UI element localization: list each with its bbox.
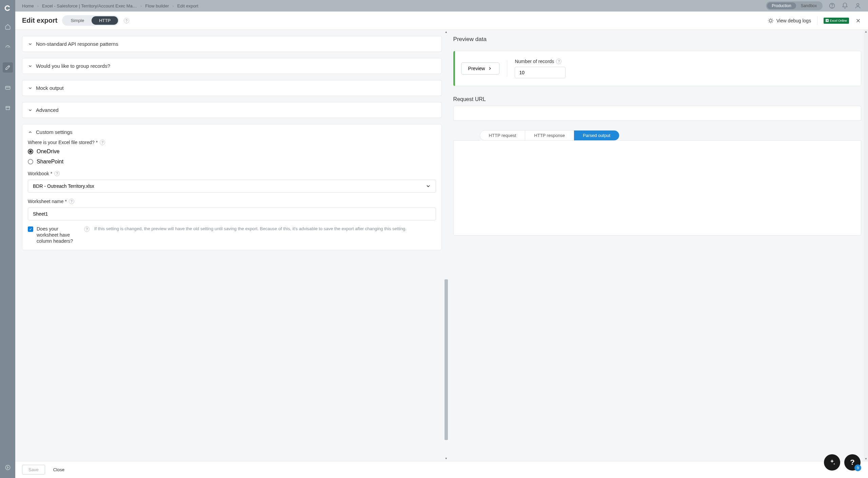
- breadcrumb-builder[interactable]: Flow builder: [145, 3, 169, 8]
- preview-button[interactable]: Preview: [461, 62, 500, 75]
- close-link[interactable]: Close: [53, 467, 64, 472]
- dashboard-icon[interactable]: [3, 42, 13, 52]
- chevron-down-icon: [28, 42, 33, 46]
- request-url-label: Request URL: [453, 96, 861, 102]
- panel-nonstandard: Non-standard API response patterns: [22, 36, 442, 52]
- scroll-up-icon[interactable]: ▲: [445, 31, 448, 34]
- help-icon[interactable]: ?: [100, 140, 105, 145]
- page-title: Edit export: [22, 17, 57, 24]
- user-icon[interactable]: [854, 2, 861, 9]
- panel-group: Would you like to group records?: [22, 58, 442, 74]
- help-icon[interactable]: ?: [54, 171, 60, 176]
- workbook-select[interactable]: BDR - Outreach Territory.xlsx: [28, 180, 436, 193]
- question-icon: ?: [850, 458, 854, 467]
- chevron-right-icon: ›: [140, 3, 142, 8]
- radio-icon: [28, 149, 33, 154]
- left-panel: Non-standard API response patterns Would…: [15, 30, 449, 461]
- breadcrumb-current[interactable]: Edit export: [177, 3, 198, 8]
- svg-rect-0: [5, 86, 10, 89]
- request-url-box: [453, 106, 861, 121]
- records-input[interactable]: [515, 67, 566, 78]
- excel-badge: X Excel Online: [824, 18, 849, 24]
- env-toggle: Production Sandbox: [766, 1, 823, 10]
- home-icon[interactable]: [3, 22, 13, 32]
- chevron-down-icon: [28, 86, 33, 91]
- chevron-up-icon: [28, 130, 33, 135]
- tab-http-response[interactable]: HTTP response: [525, 131, 574, 140]
- panel-body-custom: Where is your Excel file stored? * ? One…: [22, 140, 441, 250]
- breadcrumb-bar: Home › Excel - Salesforce | Territory/Ac…: [15, 0, 868, 12]
- radio-onedrive[interactable]: OneDrive: [28, 148, 436, 155]
- radio-icon: [28, 159, 33, 164]
- floating-buttons: ? 9: [824, 454, 861, 471]
- panel-advanced: Advanced: [22, 102, 442, 118]
- chevron-right-icon: [488, 66, 492, 71]
- panel-custom: Custom settings Where is your Excel file…: [22, 124, 442, 250]
- preview-title: Preview data: [453, 36, 861, 43]
- save-button[interactable]: Save: [22, 465, 45, 475]
- chevron-down-icon: [28, 108, 33, 113]
- bug-icon: [768, 18, 774, 24]
- panel-header-mock[interactable]: Mock output: [22, 80, 441, 96]
- env-sandbox[interactable]: Sandbox: [796, 2, 822, 9]
- env-production[interactable]: Production: [767, 2, 796, 9]
- sidebar: [0, 0, 15, 478]
- storage-label: Where is your Excel file stored? * ?: [28, 140, 436, 145]
- scroll-down-icon[interactable]: ▼: [865, 457, 867, 461]
- chevron-right-icon: ›: [172, 3, 174, 8]
- notification-badge: 9: [854, 464, 861, 471]
- tab-parsed-output[interactable]: Parsed output: [574, 131, 619, 140]
- chevron-down-icon: [28, 64, 33, 68]
- worksheet-label: Worksheet name * ?: [28, 199, 436, 204]
- headers-checkbox[interactable]: ✓: [28, 226, 33, 232]
- help-chat-button[interactable]: ? 9: [844, 454, 861, 471]
- footer: Save Close: [15, 461, 868, 478]
- tab-http-request[interactable]: HTTP request: [480, 131, 526, 140]
- headers-help: If this setting is changed, the preview …: [94, 226, 436, 232]
- card-icon[interactable]: [3, 83, 13, 93]
- help-icon[interactable]: ?: [69, 199, 74, 204]
- preview-card: Preview Number of records ?: [453, 51, 861, 86]
- svg-point-3: [832, 7, 832, 7]
- help-icon[interactable]: ?: [124, 18, 129, 23]
- panel-mock: Mock output: [22, 80, 442, 96]
- panel-header-advanced[interactable]: Advanced: [22, 102, 441, 118]
- right-scrollbar[interactable]: ▲ ▼: [864, 30, 868, 461]
- panel-header-group[interactable]: Would you like to group records?: [22, 58, 441, 74]
- scroll-down-icon[interactable]: ▼: [445, 457, 448, 460]
- records-label: Number of records ?: [515, 59, 566, 64]
- app-logo: [4, 5, 11, 12]
- output-box: [453, 141, 861, 236]
- breadcrumb-flow[interactable]: Excel - Salesforce | Territory/Account E…: [42, 3, 137, 8]
- worksheet-input[interactable]: [28, 207, 436, 220]
- panel-header-nonstandard[interactable]: Non-standard API response patterns: [22, 36, 441, 52]
- headers-label: Does your worksheet have column headers?: [37, 226, 81, 244]
- scroll-up-icon[interactable]: ▲: [865, 30, 867, 34]
- help-icon[interactable]: [829, 2, 835, 9]
- expand-icon[interactable]: [3, 462, 13, 473]
- help-icon[interactable]: ?: [84, 226, 90, 232]
- left-scrollbar[interactable]: ▲ ▼: [445, 31, 448, 460]
- content-area: Non-standard API response patterns Would…: [15, 30, 868, 461]
- tools-icon[interactable]: [3, 62, 13, 73]
- view-debug-logs[interactable]: View debug logs: [768, 18, 811, 24]
- svg-point-4: [857, 3, 859, 6]
- sparkle-icon: [828, 459, 836, 466]
- mode-toggle: Simple HTTP: [62, 15, 119, 26]
- panel-header-custom[interactable]: Custom settings: [22, 124, 441, 140]
- store-icon[interactable]: [3, 103, 13, 113]
- output-tabs: HTTP request HTTP response Parsed output: [480, 130, 619, 141]
- svg-point-5: [769, 19, 772, 22]
- page-header: Edit export Simple HTTP ? View debug log…: [15, 12, 868, 30]
- close-icon[interactable]: [855, 18, 861, 24]
- breadcrumb-home[interactable]: Home: [22, 3, 34, 8]
- chevron-right-icon: ›: [37, 3, 39, 8]
- workbook-label: Workbook * ?: [28, 171, 436, 176]
- help-icon[interactable]: ?: [556, 59, 561, 64]
- ai-assist-button[interactable]: [824, 454, 840, 471]
- chevron-down-icon: [426, 183, 431, 189]
- radio-sharepoint[interactable]: SharePoint: [28, 159, 436, 165]
- bell-icon[interactable]: [842, 2, 848, 9]
- mode-http[interactable]: HTTP: [92, 16, 118, 25]
- mode-simple[interactable]: Simple: [63, 16, 92, 25]
